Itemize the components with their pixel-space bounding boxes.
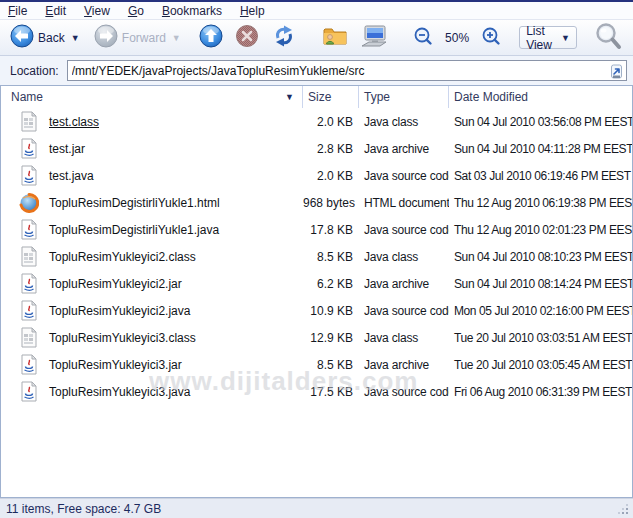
file-type: HTML document xyxy=(359,196,449,210)
file-size: 2.8 KB xyxy=(303,142,359,156)
java-file-icon xyxy=(19,219,39,241)
clear-location-icon[interactable] xyxy=(609,63,624,84)
file-date: Mon 05 Jul 2010 02:16:00 PM EEST xyxy=(449,304,632,318)
html-file-icon xyxy=(19,192,39,214)
menu-bookmarks[interactable]: Bookmarks xyxy=(162,4,222,18)
file-size: 968 bytes xyxy=(303,196,359,210)
file-size: 17.5 KB xyxy=(303,385,359,399)
search-button[interactable] xyxy=(589,19,627,57)
back-icon xyxy=(10,24,34,52)
stop-button xyxy=(231,22,263,54)
up-button[interactable] xyxy=(195,22,227,54)
file-name[interactable]: TopluResimYukleyici3.class xyxy=(49,331,196,345)
file-size: 8.5 KB xyxy=(303,358,359,372)
file-name[interactable]: test.class xyxy=(49,115,99,129)
column-headers: Name ▼ Size Type Date Modified xyxy=(1,86,632,108)
file-name[interactable]: TopluResimYukleyici2.class xyxy=(49,250,196,264)
file-type: Java source code xyxy=(359,385,449,399)
file-date: Sun 04 Jul 2010 08:10:23 PM EEST xyxy=(449,250,632,264)
class-file-icon xyxy=(19,111,39,133)
class-file-icon xyxy=(19,246,39,268)
file-row[interactable]: TopluResimDegistirliYukle1.html 968 byte… xyxy=(1,189,632,216)
search-icon xyxy=(593,21,623,55)
home-folder-button[interactable] xyxy=(318,22,352,54)
file-name[interactable]: TopluResimYukleyici2.java xyxy=(49,304,190,318)
menu-help[interactable]: Help xyxy=(240,4,265,18)
file-size: 17.8 KB xyxy=(303,223,359,237)
stop-icon xyxy=(235,24,259,52)
zoom-in-button[interactable] xyxy=(477,24,505,52)
computer-button[interactable] xyxy=(356,22,392,54)
column-header-size[interactable]: Size xyxy=(303,86,359,108)
file-size: 8.5 KB xyxy=(303,250,359,264)
menu-edit[interactable]: Edit xyxy=(45,4,66,18)
java-file-icon xyxy=(19,300,39,322)
file-row[interactable]: test.class 2.0 KB Java class Sun 04 Jul … xyxy=(1,108,632,135)
zoom-out-icon xyxy=(413,26,433,50)
reload-icon xyxy=(271,24,297,52)
menu-view[interactable]: View xyxy=(84,4,110,18)
menu-bar: File Edit View Go Bookmarks Help xyxy=(0,2,633,20)
status-bar: 11 items, Free space: 4.7 GB xyxy=(0,498,633,518)
back-label: Back xyxy=(38,31,65,45)
file-type: Java source code xyxy=(359,304,449,318)
reload-button[interactable] xyxy=(267,22,301,54)
file-name[interactable]: TopluResimYukleyici3.java xyxy=(49,385,190,399)
file-date: Sat 03 Jul 2010 06:19:46 PM EEST xyxy=(449,169,632,183)
view-mode-dropdown[interactable]: List View ▼ xyxy=(519,26,577,49)
file-size: 6.2 KB xyxy=(303,277,359,291)
file-row[interactable]: TopluResimYukleyici2.class 8.5 KB Java c… xyxy=(1,243,632,270)
file-size: 2.0 KB xyxy=(303,115,359,129)
resize-grip[interactable] xyxy=(617,503,629,515)
view-mode-arrow-icon: ▼ xyxy=(561,33,570,43)
file-date: Thu 12 Aug 2010 02:01:23 PM EEST xyxy=(449,223,632,237)
file-type: Java archive xyxy=(359,277,449,291)
toolbar: Back ▼ Forward ▼ xyxy=(0,20,633,56)
file-row[interactable]: TopluResimYukleyici3.class 12.9 KB Java … xyxy=(1,324,632,351)
zoom-in-icon xyxy=(481,26,501,50)
file-name[interactable]: test.jar xyxy=(49,142,85,156)
file-type: Java source code xyxy=(359,169,449,183)
column-header-date[interactable]: Date Modified xyxy=(449,86,632,108)
column-header-type[interactable]: Type xyxy=(359,86,449,108)
file-type: Java archive xyxy=(359,358,449,372)
file-row[interactable]: TopluResimDegistirliYukle1.java 17.8 KB … xyxy=(1,216,632,243)
file-row[interactable]: test.jar 2.8 KB Java archive Sun 04 Jul … xyxy=(1,135,632,162)
file-date: Sun 04 Jul 2010 04:11:28 PM EEST xyxy=(449,142,632,156)
file-name[interactable]: TopluResimDegistirliYukle1.html xyxy=(49,196,220,210)
file-date: Fri 06 Aug 2010 06:31:39 PM EEST xyxy=(449,385,632,399)
location-input[interactable] xyxy=(68,61,626,80)
column-header-name[interactable]: Name ▼ xyxy=(1,86,303,108)
forward-icon xyxy=(94,24,118,52)
forward-dropdown-arrow: ▼ xyxy=(170,33,183,43)
java-file-icon xyxy=(19,165,39,187)
java-file-icon xyxy=(19,354,39,376)
file-row[interactable]: TopluResimYukleyici3.java 17.5 KB Java s… xyxy=(1,378,632,405)
sort-descending-icon[interactable]: ▼ xyxy=(285,92,294,102)
file-date: Tue 20 Jul 2010 03:03:51 AM EEST xyxy=(449,331,632,345)
file-size: 10.9 KB xyxy=(303,304,359,318)
file-type: Java class xyxy=(359,331,449,345)
file-date: Sun 04 Jul 2010 03:56:08 PM EEST xyxy=(449,115,632,129)
file-row[interactable]: TopluResimYukleyici2.jar 6.2 KB Java arc… xyxy=(1,270,632,297)
back-dropdown-arrow[interactable]: ▼ xyxy=(69,33,82,43)
file-name[interactable]: TopluResimDegistirliYukle1.java xyxy=(49,223,219,237)
forward-label: Forward xyxy=(122,31,166,45)
status-text: 11 items, Free space: 4.7 GB xyxy=(6,502,161,516)
file-name[interactable]: test.java xyxy=(49,169,94,183)
file-row[interactable]: TopluResimYukleyici3.jar 8.5 KB Java arc… xyxy=(1,351,632,378)
file-list-panel: Name ▼ Size Type Date Modified test.clas… xyxy=(0,85,633,498)
file-type: Java source code xyxy=(359,223,449,237)
zoom-out-button[interactable] xyxy=(409,24,437,52)
up-icon xyxy=(199,24,223,52)
file-row[interactable]: TopluResimYukleyici2.java 10.9 KB Java s… xyxy=(1,297,632,324)
file-type: Java archive xyxy=(359,142,449,156)
file-name[interactable]: TopluResimYukleyici2.jar xyxy=(49,277,182,291)
location-input-wrap xyxy=(67,60,627,81)
file-name[interactable]: TopluResimYukleyici3.jar xyxy=(49,358,182,372)
back-button[interactable]: Back ▼ xyxy=(6,22,86,54)
menu-go[interactable]: Go xyxy=(128,4,144,18)
menu-file[interactable]: File xyxy=(8,4,27,18)
forward-button[interactable]: Forward ▼ xyxy=(90,22,187,54)
file-row[interactable]: test.java 2.0 KB Java source code Sat 03… xyxy=(1,162,632,189)
